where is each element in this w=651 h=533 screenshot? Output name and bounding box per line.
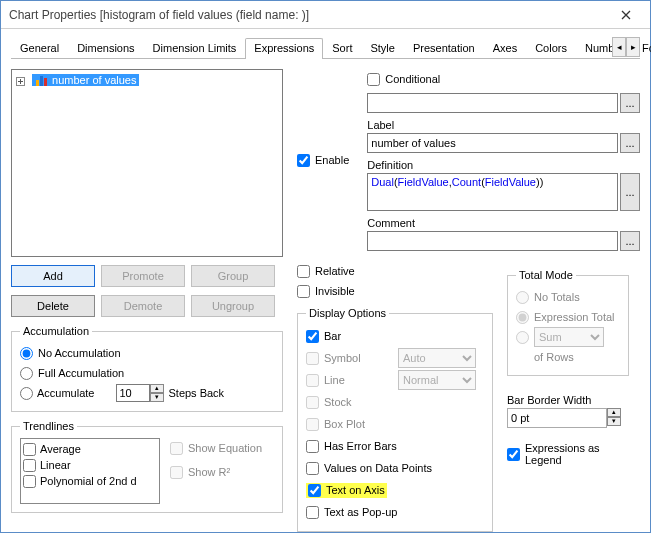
steps-down[interactable]: ▾ <box>150 393 164 402</box>
ungroup-button: Ungroup <box>191 295 275 317</box>
values-label: Values on Data Points <box>324 462 432 474</box>
expr-legend-label: Expressions as Legend <box>525 442 629 466</box>
tree-node-label: number of values <box>52 74 136 86</box>
no-totals-radio <box>516 291 529 304</box>
enable-label: Enable <box>315 154 349 166</box>
steps-input[interactable] <box>116 384 150 402</box>
expr-legend-check[interactable] <box>507 448 520 461</box>
no-totals-label: No Totals <box>534 291 580 303</box>
values-check[interactable] <box>306 462 319 475</box>
definition-input[interactable]: Dual(FieldValue,Count(FieldValue)) <box>367 173 618 211</box>
relative-check[interactable] <box>297 265 310 278</box>
accumulate-radio[interactable] <box>20 387 33 400</box>
accumulation-group: Accumulation No Accumulation Full Accumu… <box>11 325 283 412</box>
definition-browse[interactable]: ... <box>620 173 640 211</box>
bar-border-input[interactable] <box>507 408 607 428</box>
line-check <box>306 374 319 387</box>
boxplot-label: Box Plot <box>324 418 365 430</box>
show-equation-label: Show Equation <box>188 442 262 454</box>
text-on-axis-label: Text on Axis <box>326 484 385 496</box>
trendlines-list[interactable]: Average Linear Polynomial of 2nd d <box>20 438 160 504</box>
enable-check[interactable] <box>297 154 310 167</box>
tab-nav-left[interactable]: ◂ <box>612 37 626 57</box>
comment-input[interactable] <box>367 231 618 251</box>
invisible-label: Invisible <box>315 285 355 297</box>
bar-label: Bar <box>324 330 341 342</box>
conditional-check[interactable] <box>367 73 380 86</box>
expr-total-radio <box>516 311 529 324</box>
agg-select: Sum <box>534 327 604 347</box>
tab-sort[interactable]: Sort <box>323 38 361 59</box>
tab-presentation[interactable]: Presentation <box>404 38 484 59</box>
steps-back-label: Steps Back <box>168 387 224 399</box>
tab-dimensions[interactable]: Dimensions <box>68 38 143 59</box>
accumulate-label: Accumulate <box>37 387 94 399</box>
show-equation-check <box>170 442 183 455</box>
steps-up[interactable]: ▴ <box>150 384 164 393</box>
trendlines-legend: Trendlines <box>20 420 77 432</box>
bar-check[interactable] <box>306 330 319 343</box>
tab-dimension-limits[interactable]: Dimension Limits <box>144 38 246 59</box>
conditional-input[interactable] <box>367 93 618 113</box>
text-on-axis-check[interactable] <box>308 484 321 497</box>
demote-button: Demote <box>101 295 185 317</box>
label-input[interactable] <box>367 133 618 153</box>
label-browse[interactable]: ... <box>620 133 640 153</box>
stock-check <box>306 396 319 409</box>
conditional-browse[interactable]: ... <box>620 93 640 113</box>
tab-nav-right[interactable]: ▸ <box>626 37 640 57</box>
errorbars-check[interactable] <box>306 440 319 453</box>
tab-general[interactable]: General <box>11 38 68 59</box>
svg-rect-0 <box>36 80 39 86</box>
add-button[interactable]: Add <box>11 265 95 287</box>
delete-button[interactable]: Delete <box>11 295 95 317</box>
invisible-check[interactable] <box>297 285 310 298</box>
trend-item-label: Linear <box>40 459 71 471</box>
line-select: Normal <box>398 370 476 390</box>
text-popup-check[interactable] <box>306 506 319 519</box>
symbol-select: Auto <box>398 348 476 368</box>
comment-label: Comment <box>367 217 640 229</box>
close-button[interactable] <box>606 5 646 25</box>
tab-style[interactable]: Style <box>361 38 403 59</box>
total-mode-group: Total Mode No Totals Expression Total Su… <box>507 269 629 376</box>
show-r2-label: Show R² <box>188 466 230 478</box>
line-label: Line <box>324 374 345 386</box>
display-options-legend: Display Options <box>306 307 389 319</box>
show-r2-check <box>170 466 183 479</box>
symbol-label: Symbol <box>324 352 361 364</box>
errorbars-label: Has Error Bars <box>324 440 397 452</box>
trend-item-label: Average <box>40 443 81 455</box>
label-label: Label <box>367 119 640 131</box>
of-rows-label: of Rows <box>534 351 574 363</box>
symbol-check <box>306 352 319 365</box>
trend-item-label: Polynomial of 2nd d <box>40 475 137 487</box>
boxplot-check <box>306 418 319 431</box>
tree-expand-icon[interactable] <box>16 77 25 86</box>
tab-colors[interactable]: Colors <box>526 38 576 59</box>
tab-strip: General Dimensions Dimension Limits Expr… <box>11 37 640 59</box>
definition-label: Definition <box>367 159 640 171</box>
stock-label: Stock <box>324 396 352 408</box>
border-down[interactable]: ▾ <box>607 417 621 426</box>
tree-node[interactable]: number of values <box>32 74 139 86</box>
trend-poly2-check[interactable] <box>23 475 36 488</box>
no-accumulation-radio[interactable] <box>20 347 33 360</box>
tab-expressions[interactable]: Expressions <box>245 38 323 59</box>
border-up[interactable]: ▴ <box>607 408 621 417</box>
relative-label: Relative <box>315 265 355 277</box>
svg-rect-2 <box>44 78 47 86</box>
no-accumulation-label: No Accumulation <box>38 347 121 359</box>
full-accumulation-radio[interactable] <box>20 367 33 380</box>
svg-rect-1 <box>40 76 43 86</box>
display-options-group: Display Options Bar SymbolAuto LineNorma… <box>297 307 493 532</box>
trendlines-group: Trendlines Average Linear Polynomial of … <box>11 420 283 513</box>
comment-browse[interactable]: ... <box>620 231 640 251</box>
expression-tree[interactable]: number of values <box>11 69 283 257</box>
trend-average-check[interactable] <box>23 443 36 456</box>
group-button: Group <box>191 265 275 287</box>
conditional-label: Conditional <box>385 73 440 85</box>
trend-linear-check[interactable] <box>23 459 36 472</box>
tab-axes[interactable]: Axes <box>484 38 526 59</box>
text-popup-label: Text as Pop-up <box>324 506 397 518</box>
